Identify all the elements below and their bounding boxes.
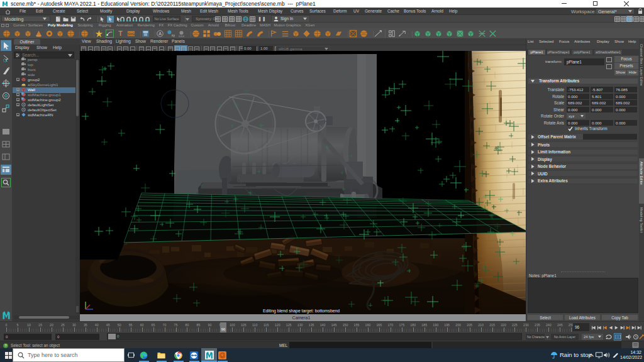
svg-text:S: S [23, 103, 25, 106]
svg-text:SVG: SVG [128, 32, 135, 36]
svg-text:0,0,0: 0,0,0 [179, 35, 184, 38]
svg-text:?: ? [4, 344, 6, 348]
svg-text:xyz: xyz [172, 33, 175, 37]
svg-text:Camera1: Camera1 [292, 315, 311, 320]
svg-text:T: T [118, 30, 123, 37]
svg-text:Editing blend shape target: bo: Editing blend shape target: bottomsbend [263, 309, 340, 314]
svg-text:A: A [158, 31, 162, 36]
svg-text:S: S [23, 108, 25, 111]
